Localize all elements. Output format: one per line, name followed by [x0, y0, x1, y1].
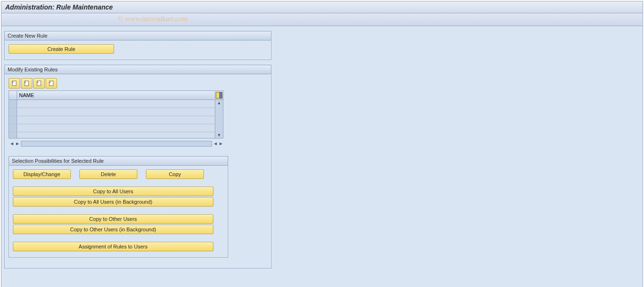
table-row[interactable] [9, 108, 223, 116]
panel-create-rule: Create New Rule Create Rule [4, 31, 271, 60]
document-icon [23, 80, 30, 87]
svg-rect-3 [49, 81, 53, 86]
display-change-button[interactable]: Display/Change [13, 169, 71, 179]
hscroll-track[interactable] [21, 141, 212, 147]
toolbar-icon-3[interactable] [33, 78, 45, 89]
table-row[interactable] [9, 116, 223, 124]
panel-create-rule-header: Create New Rule [5, 31, 271, 40]
copy-to-other-users-button[interactable]: Copy to Other Users [13, 214, 213, 224]
assignment-rules-button[interactable]: Assignment of Rules to Users [13, 242, 213, 251]
cell-name[interactable] [17, 132, 223, 138]
copy-to-all-users-bg-button[interactable]: Copy to All Users (in Background) [13, 197, 213, 207]
panel-selection-header: Selection Possibilities for Selected Rul… [9, 157, 228, 166]
toolbar-icon-2[interactable] [21, 78, 32, 89]
rules-table: NAME [9, 90, 223, 139]
table-row[interactable] [9, 132, 223, 138]
scroll-right-end-icon[interactable]: ► [219, 140, 223, 147]
table-settings-icon [216, 92, 222, 99]
row-selector[interactable] [9, 132, 17, 138]
panel-selection-possibilities: Selection Possibilities for Selected Rul… [9, 156, 228, 257]
svg-rect-1 [25, 81, 29, 86]
cell-name[interactable] [17, 108, 223, 116]
cell-name[interactable] [17, 124, 223, 132]
copy-button[interactable]: Copy [146, 169, 204, 179]
svg-rect-0 [12, 81, 16, 86]
app-window: Administration: Rule Maintenance © www.t… [1, 1, 643, 287]
watermark-text: © www.tutorialkart.com [118, 15, 188, 23]
row-selector[interactable] [9, 116, 17, 124]
copy-to-other-users-bg-button[interactable]: Copy to Other Users (in Background) [13, 225, 213, 234]
scroll-right-icon[interactable]: ◄ [213, 140, 218, 147]
table-row[interactable] [9, 124, 223, 132]
table-row[interactable] [9, 100, 223, 108]
content-area: Create New Rule Create Rule Modify Exist… [1, 26, 643, 287]
panel-modify-rules: Modify Existing Rules [4, 65, 271, 268]
app-toolbar: © www.tutorialkart.com [1, 13, 643, 26]
column-header-name[interactable]: NAME [17, 92, 215, 98]
toolbar-icon-1[interactable] [9, 78, 20, 89]
copy-to-all-users-button[interactable]: Copy to All Users [13, 187, 213, 196]
svg-rect-2 [37, 81, 41, 86]
modify-toolbar [9, 78, 267, 89]
create-rule-button[interactable]: Create Rule [9, 44, 114, 54]
document-icon [48, 80, 55, 87]
panel-modify-rules-header: Modify Existing Rules [5, 65, 271, 74]
row-selector[interactable] [9, 124, 17, 132]
title-bar: Administration: Rule Maintenance [1, 1, 643, 13]
document-icon [36, 80, 42, 87]
page-title: Administration: Rule Maintenance [5, 3, 113, 11]
table-configure-button[interactable] [215, 91, 223, 99]
document-icon [11, 80, 18, 87]
table-body: ▲ ▼ [9, 100, 223, 138]
vertical-scrollbar[interactable]: ▲ ▼ [215, 100, 223, 138]
delete-button[interactable]: Delete [79, 169, 137, 179]
cell-name[interactable] [17, 100, 223, 108]
scroll-up-icon[interactable]: ▲ [217, 100, 221, 106]
scroll-left-start-icon[interactable]: ◄ [10, 140, 14, 147]
scroll-left-icon[interactable]: ► [15, 140, 20, 147]
scroll-down-icon[interactable]: ▼ [217, 132, 221, 138]
toolbar-icon-4[interactable] [46, 78, 57, 89]
table-header-row: NAME [9, 91, 223, 100]
horizontal-scrollbar[interactable]: ◄ ► ◄ ► [9, 139, 224, 147]
cell-name[interactable] [17, 116, 223, 124]
row-selector[interactable] [9, 100, 17, 108]
row-selector[interactable] [9, 108, 17, 116]
table-select-all[interactable] [9, 91, 17, 99]
